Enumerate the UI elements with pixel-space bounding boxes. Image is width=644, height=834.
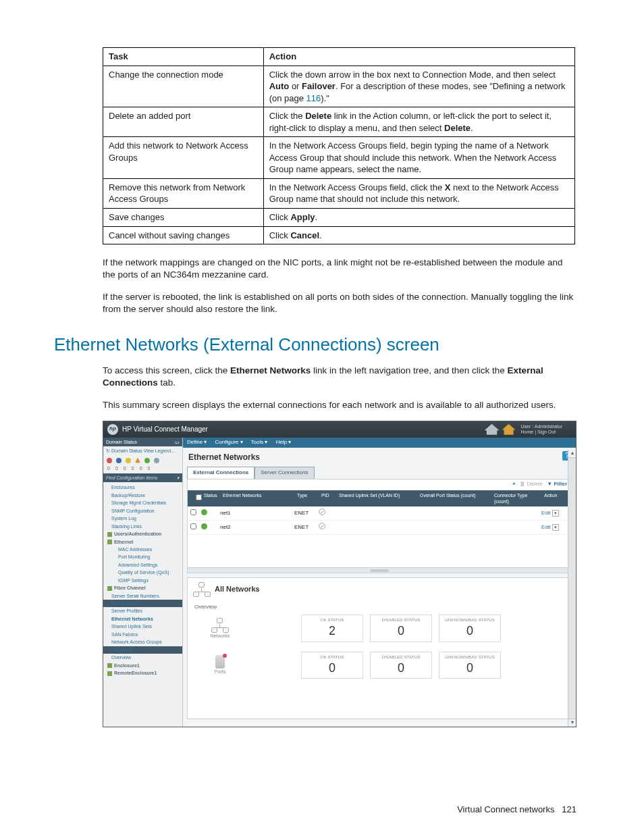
stat-ports-disabled: DISABLED STATUS0 xyxy=(370,652,432,679)
status-ok-icon xyxy=(201,509,207,515)
status-icons xyxy=(103,456,182,465)
main-pane: Define ▾ Configure ▾ Tools ▾ Help ▾ Ethe… xyxy=(183,438,576,727)
delete-button[interactable]: 🗑 Delete xyxy=(520,481,542,487)
nav-item[interactable]: Server Profiles xyxy=(103,607,182,615)
menu-configure[interactable]: Configure ▾ xyxy=(215,439,243,445)
domain-status-header[interactable]: Domain Status▭ xyxy=(103,438,182,446)
app-titlebar: hp HP Virtual Connect Manager User : Adm… xyxy=(103,421,576,438)
left-nav-pane: Domain Status▭ ↻ Domain Status View Lege… xyxy=(103,438,183,727)
table-row: Save changes Click Apply. xyxy=(103,209,575,227)
stat-ports-ok: OK STATUS0 xyxy=(301,652,363,679)
status-unknown-icon xyxy=(154,458,159,463)
menu-tools[interactable]: Tools ▾ xyxy=(251,439,268,445)
all-networks-title: All Networks xyxy=(193,582,566,597)
home-icon[interactable] xyxy=(502,424,516,435)
nav-item[interactable]: Overview xyxy=(103,654,182,661)
config-search[interactable]: Find Configuration Items ▾ xyxy=(103,473,182,482)
edit-link[interactable]: Edit xyxy=(541,510,551,516)
screenshot-embed: hp HP Virtual Connect Manager User : Adm… xyxy=(103,421,576,727)
body-paragraph: To access this screen, click the Etherne… xyxy=(103,365,576,389)
edit-link[interactable]: Edit xyxy=(541,524,551,530)
status-warning-icon xyxy=(135,458,140,463)
grid-header: Status Ethernet Networks Type PID Shared… xyxy=(188,490,571,507)
section-heading: Ethernet Networks (External Connections)… xyxy=(54,333,590,357)
nav-item[interactable]: Fibre Channel xyxy=(103,584,182,592)
table-row: Remove this network from Network Access … xyxy=(103,178,575,208)
status-critical-icon xyxy=(107,458,112,463)
th-action: Action xyxy=(263,48,574,66)
nav-item[interactable]: Enclosures xyxy=(103,484,182,491)
nav-item[interactable]: RemoteEnclosure1 xyxy=(103,669,182,677)
status-minor-icon xyxy=(126,458,131,463)
menu-help[interactable]: Help ▾ xyxy=(276,439,292,445)
nav-item[interactable]: Users/Authentication xyxy=(103,530,182,538)
row-checkbox[interactable] xyxy=(190,523,196,529)
table-row: Delete an added port Click the Delete li… xyxy=(103,107,575,137)
nav-item[interactable]: Port Monitoring xyxy=(103,553,182,561)
task-action-table: Task Action Change the connection mode C… xyxy=(103,47,575,244)
networks-grid-panel: + 🗑 Delete ▼ Filter Status Ethernet Netw… xyxy=(187,479,572,573)
nav-item[interactable]: IGMP Settings xyxy=(103,577,182,584)
table-row: Add this network to Network Access Group… xyxy=(103,137,575,179)
row-menu-icon[interactable]: ▾ xyxy=(552,524,559,531)
nav-item[interactable]: Enclosure1 xyxy=(103,662,182,669)
status-ok-icon xyxy=(144,458,150,463)
network-icon xyxy=(193,582,211,597)
nav-item[interactable]: Backup/Restore xyxy=(103,492,182,499)
table-row: Cancel without saving changes Click Canc… xyxy=(103,226,575,244)
menu-define[interactable]: Define ▾ xyxy=(187,439,207,445)
pid-none-icon xyxy=(319,523,325,529)
nav-item[interactable]: MAC Addresses xyxy=(103,546,182,553)
nav-item[interactable]: Network Access Groups xyxy=(103,638,182,646)
tab-strip: External Connections Server Connections xyxy=(187,467,576,479)
filter-button[interactable]: ▼ Filter xyxy=(547,481,567,487)
all-networks-panel: All Networks Overview Networks OK STATUS… xyxy=(187,577,572,719)
th-task: Task xyxy=(103,48,264,66)
page-link[interactable]: 116 xyxy=(306,93,321,103)
nav-item[interactable]: Quality of Service (QoS) xyxy=(103,569,182,576)
body-paragraph: If the server is rebooted, the link is e… xyxy=(103,291,576,315)
nav-item[interactable]: Ethernet Networks xyxy=(103,615,182,623)
grid-row[interactable]: net1ENETEdit▾ xyxy=(188,506,571,521)
nav-item[interactable]: Storage Mgmt Credentials xyxy=(103,499,182,506)
app-title: HP Virtual Connect Manager xyxy=(122,425,208,434)
home-signout-links[interactable]: Home | Sign Out xyxy=(521,429,562,435)
status-ok-icon xyxy=(201,523,207,529)
page-title: Ethernet Networks xyxy=(183,448,576,467)
panel-splitter[interactable] xyxy=(188,567,571,573)
status-info-icon xyxy=(116,458,122,463)
menu-bar[interactable]: Define ▾ Configure ▾ Tools ▾ Help ▾ xyxy=(183,438,576,448)
add-button[interactable]: + xyxy=(512,481,516,487)
tab-external-connections[interactable]: External Connections xyxy=(187,467,254,479)
nav-item[interactable]: Shared Uplink Sets xyxy=(103,623,182,630)
pid-none-icon xyxy=(319,509,325,515)
scroll-up-icon[interactable]: ▴ xyxy=(568,450,576,458)
nav-item[interactable]: Ethernet xyxy=(103,538,182,546)
domain-status-line[interactable]: ↻ Domain Status View Legend... xyxy=(103,446,182,455)
nav-item[interactable]: Hardware xyxy=(103,646,182,654)
roof-icon xyxy=(485,424,500,435)
nav-item[interactable]: Advanced Settings xyxy=(103,561,182,569)
body-paragraph: This summary screen displays the externa… xyxy=(103,399,576,411)
grid-toolbar: + 🗑 Delete ▼ Filter xyxy=(512,481,567,488)
tab-server-connections[interactable]: Server Connections xyxy=(254,467,314,479)
row-menu-icon[interactable]: ▾ xyxy=(552,510,559,517)
nav-item[interactable]: Server Serial Numbers xyxy=(103,592,182,600)
row-checkbox[interactable] xyxy=(190,509,196,515)
vertical-scrollbar[interactable]: ▴ ▾ xyxy=(568,450,576,727)
nav-item[interactable]: System Log xyxy=(103,515,182,522)
scroll-down-icon[interactable]: ▾ xyxy=(568,719,576,727)
user-block: User : Administrator Home | Sign Out xyxy=(521,424,562,434)
stat-networks-ok: OK STATUS2 xyxy=(301,615,363,642)
stat-ports-unknown: UNKNOWN/BAD STATUS0 xyxy=(439,652,501,679)
ports-icon xyxy=(215,655,225,669)
nav-item[interactable]: SAN Fabrics xyxy=(103,631,182,638)
overview-label: Overview xyxy=(194,604,566,611)
stat-networks-unknown: UNKNOWN/BAD STATUS0 xyxy=(439,615,501,642)
nav-item[interactable]: Connections xyxy=(103,600,182,607)
networks-icon xyxy=(211,618,229,633)
grid-row[interactable]: net2ENETEdit▾ xyxy=(188,521,571,535)
nav-item[interactable]: SNMP Configuration xyxy=(103,507,182,515)
table-row: Change the connection mode Click the dow… xyxy=(103,66,575,107)
nav-item[interactable]: Stacking Links xyxy=(103,523,182,530)
